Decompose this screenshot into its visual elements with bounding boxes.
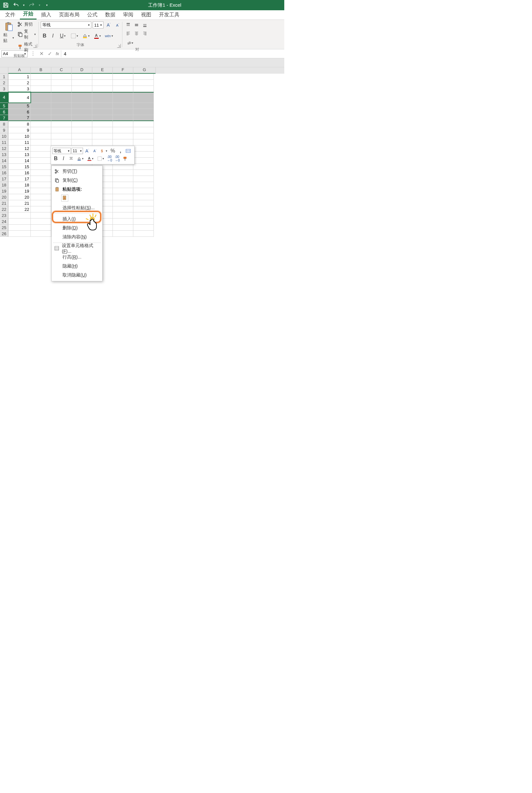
cell[interactable] [133,200,154,206]
cell[interactable] [8,231,31,237]
column-header[interactable]: C [51,67,72,74]
tab-page-layout[interactable]: 页面布局 [56,10,83,20]
cm-insert[interactable]: 插入(I) [52,215,102,224]
cell[interactable] [31,146,51,152]
cell[interactable] [31,170,51,176]
align-top-button[interactable] [124,21,132,29]
cell[interactable] [133,80,154,86]
align-right-button[interactable] [141,30,149,37]
cell[interactable]: 9 [8,127,31,133]
cell[interactable] [92,74,113,80]
save-icon[interactable] [3,2,9,8]
mini-merge-icon[interactable] [125,148,132,154]
shrink-font-button[interactable]: Aˇ [114,21,121,29]
cut-button[interactable]: 剪切 [17,21,37,27]
cell[interactable]: 5 [8,103,31,109]
cell[interactable] [31,206,51,212]
cell[interactable] [133,212,154,218]
cell[interactable] [113,80,133,86]
cell[interactable] [113,74,133,80]
cell[interactable]: 21 [8,200,31,206]
cell[interactable] [31,212,51,218]
cm-copy[interactable]: 复制(C) [52,176,102,185]
cm-delete[interactable]: 删除(D) [52,224,102,233]
cell[interactable] [31,74,51,80]
borders-button[interactable]: ▾ [69,32,80,40]
row-header[interactable]: 24 [0,218,8,225]
cell[interactable] [72,139,92,146]
column-header[interactable]: A [8,67,31,74]
cell[interactable] [51,103,72,109]
cell[interactable]: 2 [8,80,31,86]
cell[interactable] [31,109,51,115]
cell[interactable] [133,92,154,103]
row-header[interactable]: 26 [0,231,8,237]
cell[interactable] [113,225,133,231]
row-header[interactable]: 3 [0,86,8,92]
row-header[interactable]: 11 [0,139,8,146]
cell[interactable]: 1 [8,74,31,80]
mini-percent[interactable]: % [109,148,116,154]
cell[interactable] [72,115,92,121]
copy-button[interactable]: 复制▾ [17,28,37,40]
cm-format-cells[interactable]: 设置单元格格式(F)... [52,244,102,253]
row-header[interactable]: 22 [0,206,8,212]
row-header[interactable]: 4 [0,92,8,103]
cell[interactable] [133,109,154,115]
cell[interactable] [92,115,113,121]
cell[interactable] [31,80,51,86]
redo-icon[interactable] [28,2,35,8]
mini-font-combo[interactable]: 等线▾ [52,148,71,154]
cell[interactable] [133,152,154,158]
cell[interactable] [72,121,92,127]
align-bottom-button[interactable] [141,21,149,29]
cell[interactable] [133,139,154,146]
cell[interactable] [51,133,72,139]
cell[interactable] [113,103,133,109]
cell[interactable] [31,225,51,231]
tab-formulas[interactable]: 公式 [84,10,101,20]
cell[interactable] [31,121,51,127]
mini-italic[interactable]: I [60,155,67,162]
cell[interactable] [8,212,31,218]
row-header[interactable]: 25 [0,225,8,231]
cell[interactable]: 12 [8,146,31,152]
cell[interactable] [133,127,154,133]
mini-align-center[interactable] [68,155,75,162]
cell[interactable] [31,200,51,206]
cell[interactable]: 10 [8,133,31,139]
tab-file[interactable]: 文件 [2,10,19,20]
cell[interactable] [92,121,113,127]
cell[interactable] [31,92,51,103]
cell[interactable] [133,103,154,109]
row-header[interactable]: 6 [0,109,8,115]
phonetic-button[interactable]: wén▾ [103,32,114,40]
row-header[interactable]: 13 [0,152,8,158]
tab-developer[interactable]: 开发工具 [156,10,183,20]
cancel-icon[interactable]: ✕ [38,50,45,57]
row-header[interactable]: 17 [0,176,8,182]
cell[interactable] [31,188,51,194]
cell[interactable] [51,115,72,121]
align-middle-button[interactable] [133,21,140,29]
row-header[interactable]: 10 [0,133,8,139]
row-header[interactable]: 21 [0,200,8,206]
tab-data[interactable]: 数据 [102,10,118,20]
cell[interactable] [133,86,154,92]
cell[interactable] [72,74,92,80]
cell[interactable] [113,212,133,218]
cell[interactable] [92,92,113,103]
cell[interactable] [92,80,113,86]
grow-font-button[interactable]: Aˆ [105,21,113,29]
clipboard-dialog-launcher[interactable] [33,44,37,48]
cell[interactable] [133,133,154,139]
cell[interactable] [113,182,133,188]
row-header[interactable]: 15 [0,164,8,170]
cell[interactable] [31,231,51,237]
cell[interactable] [113,127,133,133]
cm-unhide[interactable]: 取消隐藏(U) [52,271,102,280]
formula-input[interactable]: 4 [61,50,284,57]
column-header[interactable]: B [31,67,51,74]
cell[interactable] [31,103,51,109]
cell[interactable] [133,74,154,80]
